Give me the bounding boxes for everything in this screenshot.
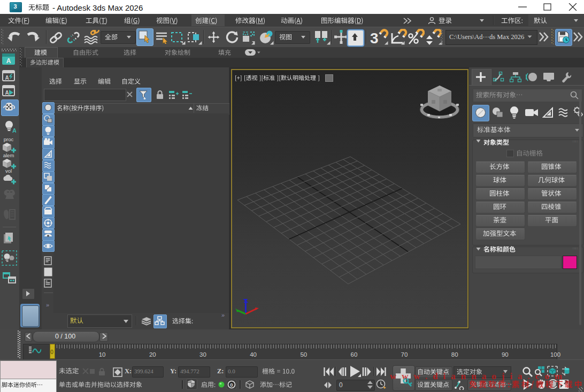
svg-text:A: A xyxy=(12,127,16,134)
svg-text:0: 0 xyxy=(230,382,233,388)
svg-text:10: 10 xyxy=(99,351,106,358)
svg-text:60: 60 xyxy=(351,351,358,358)
svg-text:3: 3 xyxy=(13,3,17,10)
svg-text:90: 90 xyxy=(502,351,509,358)
svg-text:100: 100 xyxy=(550,351,560,358)
svg-text:A: A xyxy=(5,75,9,81)
svg-text:3: 3 xyxy=(370,30,379,45)
svg-text:80: 80 xyxy=(451,351,458,358)
svg-text:A: A xyxy=(5,90,9,96)
svg-text:30: 30 xyxy=(199,351,206,358)
svg-text:20: 20 xyxy=(149,351,156,358)
svg-text:70: 70 xyxy=(401,351,408,358)
svg-text:A: A xyxy=(6,57,11,65)
svg-text:40: 40 xyxy=(250,351,257,358)
svg-text:50: 50 xyxy=(300,351,307,358)
